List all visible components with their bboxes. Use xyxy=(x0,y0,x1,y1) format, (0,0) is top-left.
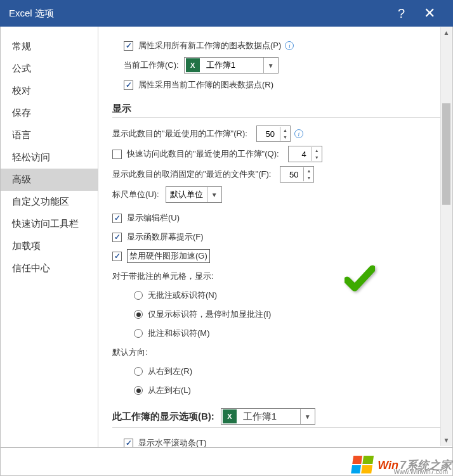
sidebar-item-accessibility[interactable]: 轻松访问 xyxy=(1,146,98,169)
combo-ruler-units[interactable]: 默认单位 ▼ xyxy=(166,186,222,203)
spinner-up-icon[interactable]: ▲ xyxy=(312,147,322,154)
sidebar-item-addins[interactable]: 加载项 xyxy=(1,235,98,257)
excel-file-icon: X xyxy=(186,58,200,72)
scroll-down-icon[interactable]: ▼ xyxy=(441,435,452,446)
sidebar-item-formulas[interactable]: 公式 xyxy=(1,58,98,80)
label-show-function-tooltips: 显示函数屏幕提示(F) xyxy=(127,231,204,243)
close-button[interactable]: ✕ xyxy=(415,5,444,22)
sidebar-item-customize-ribbon[interactable]: 自定义功能区 xyxy=(1,191,98,213)
sidebar-item-language[interactable]: 语言 xyxy=(1,124,98,146)
label-recent-workbooks: 显示此数目的"最近使用的工作簿"(R): xyxy=(112,128,247,139)
sidebar-item-quick-access[interactable]: 快速访问工具栏 xyxy=(1,213,98,235)
chevron-down-icon[interactable]: ▼ xyxy=(263,58,278,73)
label-direction-ltr: 从左到右(L) xyxy=(148,385,191,396)
label-current-workbook: 当前工作簿(C): xyxy=(124,60,179,71)
chevron-down-icon[interactable]: ▼ xyxy=(300,409,315,424)
section-workbook-display-label: 此工作簿的显示选项(B): xyxy=(112,411,214,423)
checkbox-disable-hw-accel[interactable] xyxy=(112,252,122,261)
combo-ruler-units-value: 默认单位 xyxy=(166,189,207,200)
radio-direction-rtl[interactable] xyxy=(134,367,143,376)
combo-current-workbook-value: 工作簿1 xyxy=(202,60,263,71)
label-comments-both: 批注和标识符(M) xyxy=(148,328,210,339)
section-workbook-display-heading: 此工作簿的显示选项(B): X 工作簿1 ▼ xyxy=(112,408,441,428)
radio-direction-ltr[interactable] xyxy=(134,386,143,395)
sidebar: 常规 公式 校对 保存 语言 轻松访问 高级 自定义功能区 快速访问工具栏 加载… xyxy=(1,27,98,447)
label-show-hscroll: 显示水平滚动条(T) xyxy=(138,437,207,447)
sidebar-item-general[interactable]: 常规 xyxy=(1,35,98,58)
checkbox-show-hscroll[interactable] xyxy=(124,439,133,447)
label-comments-indicator: 仅显示标识符，悬停时加显批注(I) xyxy=(148,309,271,320)
section-display-heading: 显示 xyxy=(112,103,441,118)
label-direction-title: 默认方向: xyxy=(112,347,148,358)
combo-current-workbook[interactable]: X 工作簿1 ▼ xyxy=(184,57,279,74)
label-show-formula-bar: 显示编辑栏(U) xyxy=(127,212,180,224)
label-comments-none: 无批注或标识符(N) xyxy=(148,290,217,301)
combo-workbook-display[interactable]: X 工作簿1 ▼ xyxy=(221,408,315,425)
sidebar-item-save[interactable]: 保存 xyxy=(1,102,98,124)
label-all-new-chart-points: 属性采用所有新工作簿的图表数据点(P) xyxy=(138,40,281,51)
label-direction-rtl: 从右到左(R) xyxy=(148,366,192,377)
radio-comments-none[interactable] xyxy=(134,291,143,300)
sidebar-item-proofing[interactable]: 校对 xyxy=(1,80,98,102)
checkbox-current-chart-points[interactable] xyxy=(124,80,133,90)
label-quick-access-recent: 快速访问此数目的"最近使用的工作簿"(Q): xyxy=(127,148,279,160)
spinner-recent-folders-value: 50 xyxy=(280,170,303,179)
label-current-chart-points: 属性采用当前工作簿的图表数据点(R) xyxy=(138,79,273,91)
radio-comments-both[interactable] xyxy=(134,329,143,338)
spinner-recent-workbooks[interactable]: 50 ▲▼ xyxy=(256,125,291,142)
checkbox-all-new-chart-points[interactable] xyxy=(124,41,133,51)
vertical-scrollbar[interactable]: ▲ ▼ xyxy=(440,27,452,446)
checkbox-show-formula-bar[interactable] xyxy=(112,214,122,223)
label-disable-hw-accel: 禁用硬件图形加速(G) xyxy=(127,249,210,263)
spinner-down-icon[interactable]: ▼ xyxy=(312,154,322,161)
spinner-recent-folders[interactable]: 50 ▲▼ xyxy=(280,166,314,183)
label-ruler-units: 标尺单位(U): xyxy=(112,189,159,200)
spinner-up-icon[interactable]: ▲ xyxy=(304,167,313,174)
content-pane: 属性采用所有新工作簿的图表数据点(P) 当前工作簿(C): X 工作簿1 ▼ 属… xyxy=(98,27,452,447)
checkbox-show-function-tooltips[interactable] xyxy=(112,233,122,242)
excel-file-icon: X xyxy=(223,409,237,423)
help-button[interactable]: ? xyxy=(388,6,415,21)
label-recent-folders: 显示此数目的取消固定的"最近的文件夹"(F): xyxy=(112,169,271,180)
spinner-quick-access-value: 4 xyxy=(289,150,312,159)
window-title: Excel 选项 xyxy=(9,8,388,20)
label-comments-title: 对于带批注的单元格，显示: xyxy=(112,271,214,282)
spinner-recent-workbooks-value: 50 xyxy=(257,129,280,139)
watermark-url: Www.Winwin7.com xyxy=(393,468,448,475)
spinner-down-icon[interactable]: ▼ xyxy=(304,174,313,181)
info-icon[interactable] xyxy=(294,129,303,138)
scroll-up-icon[interactable]: ▲ xyxy=(441,27,452,39)
spinner-up-icon[interactable]: ▲ xyxy=(280,127,290,134)
checkbox-quick-access-recent[interactable] xyxy=(112,150,122,159)
sidebar-item-trust-center[interactable]: 信任中心 xyxy=(1,257,98,280)
chevron-down-icon[interactable]: ▼ xyxy=(207,187,221,202)
spinner-quick-access-recent[interactable]: 4 ▲▼ xyxy=(288,146,322,162)
spinner-down-icon[interactable]: ▼ xyxy=(280,134,290,141)
info-icon[interactable] xyxy=(285,41,294,50)
windows-logo-icon xyxy=(351,456,375,475)
scroll-thumb[interactable] xyxy=(442,103,450,205)
combo-workbook-display-value: 工作簿1 xyxy=(239,411,300,423)
watermark: Win 7系统之家 Www.Winwin7.com xyxy=(352,456,452,475)
radio-comments-indicator[interactable] xyxy=(134,310,143,319)
sidebar-item-advanced[interactable]: 高级 xyxy=(1,169,98,191)
window-titlebar: Excel 选项 ? ✕ xyxy=(0,0,453,27)
